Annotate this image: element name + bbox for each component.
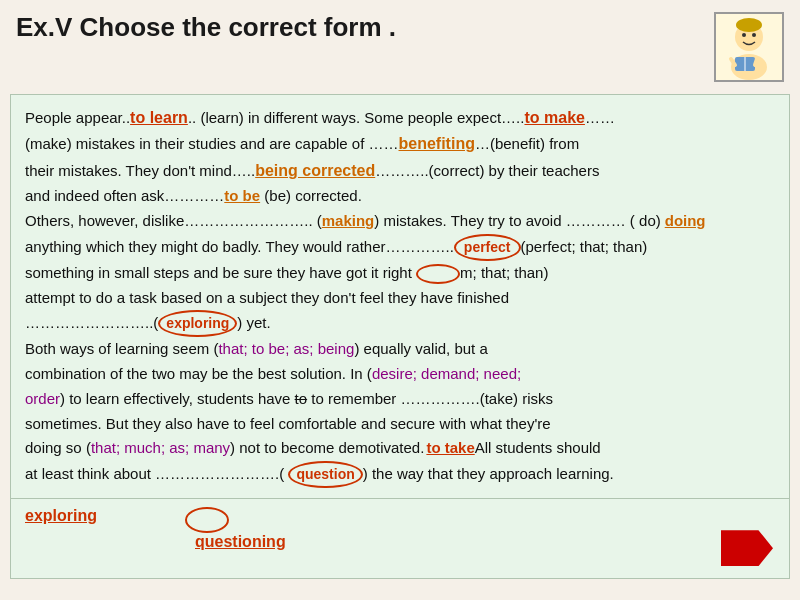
- answer-perfect-oval: perfect: [454, 234, 521, 261]
- floating-exploring-label: exploring: [25, 507, 97, 525]
- text-p3b: ………..(correct) by their teachers: [375, 162, 599, 179]
- text-p8a: attempt to do a task based on a subject …: [25, 289, 509, 306]
- text-p7a: something in small steps and be sure the…: [25, 264, 416, 281]
- text-p4a: and indeed often ask…………: [25, 187, 224, 204]
- svg-point-3: [742, 33, 746, 37]
- floating-questioning: questioning: [195, 533, 286, 550]
- svg-point-2: [736, 18, 762, 32]
- text-p4b: (be) corrected.: [260, 187, 362, 204]
- text-p13a: sometimes. But they also have to feel co…: [25, 415, 551, 432]
- answer-to-learn: to learn: [130, 105, 188, 131]
- text-block: People appear..to learn.. (learn) in dif…: [25, 105, 775, 488]
- text-p15a: at least think about …………………….(: [25, 465, 288, 482]
- answer-being-corrected: being corrected: [255, 158, 375, 184]
- bottom-section: questioning exploring: [10, 499, 790, 579]
- text-p5a: Others, however, dislike…………………….. (: [25, 212, 322, 229]
- answer-making: making: [322, 209, 375, 234]
- svg-point-4: [752, 33, 756, 37]
- header: Ex.V Choose the correct form .: [0, 0, 800, 90]
- text-p5b: ) mistakes. They try to avoid ………… ( do): [374, 212, 660, 229]
- text-p1c: ……: [585, 109, 615, 126]
- text-p12a: order) to learn effectively, students ha…: [25, 390, 553, 407]
- main-content: People appear..to learn.. (learn) in dif…: [10, 94, 790, 499]
- text-p1a: People appear..: [25, 109, 130, 126]
- oval-empty-1: [416, 264, 460, 284]
- answer-to-be: to be: [224, 184, 260, 209]
- text-p2b: …(benefit) from: [475, 135, 579, 152]
- text-p9a: ……………………..(: [25, 314, 158, 331]
- next-button[interactable]: [721, 530, 773, 566]
- answer-to-make: to make: [524, 105, 584, 131]
- text-p6b: (perfect: [521, 238, 572, 255]
- answer-benefiting: benefiting: [399, 131, 475, 157]
- text-p3a: their mistakes. They don't mind…..: [25, 162, 255, 179]
- answer-to-take: to take: [426, 436, 474, 461]
- text-p6a: anything which they might do badly. They…: [25, 238, 454, 255]
- text-p7b: m; that; than): [460, 264, 548, 281]
- student-image: [714, 12, 784, 82]
- answer-exploring-oval: exploring: [158, 310, 237, 337]
- text-p11a: combination of the two may be the best s…: [25, 365, 521, 382]
- text-p1b: .. (learn) in different ways. Some peopl…: [188, 109, 525, 126]
- text-p9b: ) yet.: [237, 314, 270, 331]
- text-p10a: Both ways of learning seem (that; to be;…: [25, 340, 488, 357]
- text-p15b: ) the way that they approach learning.: [363, 465, 614, 482]
- svg-line-8: [755, 59, 757, 65]
- oval-empty-bottom: [185, 507, 229, 533]
- text-p2a: (make) mistakes in their studies and are…: [25, 135, 399, 152]
- page-title: Ex.V Choose the correct form .: [16, 12, 396, 43]
- text-p6c: ; that; than): [571, 238, 647, 255]
- answer-question-oval: question: [288, 461, 362, 488]
- text-p14b: All students should: [475, 439, 601, 456]
- answer-doing: doing: [665, 209, 706, 234]
- text-p14a: doing so (that; much; as; many) not to b…: [25, 439, 424, 456]
